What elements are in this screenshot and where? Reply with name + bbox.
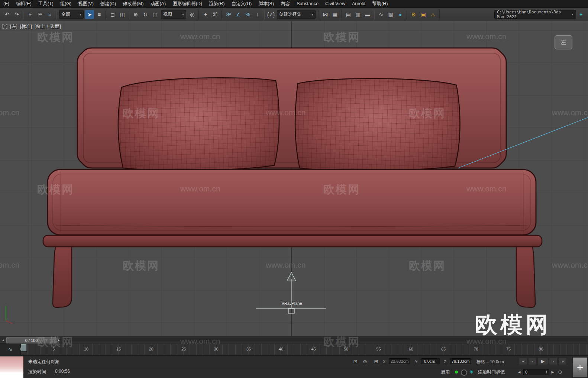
coord-z-field[interactable]: 79.133cm bbox=[450, 358, 471, 364]
spinner-snap-icon[interactable]: ↕ bbox=[253, 10, 262, 19]
frame-number: 50 bbox=[340, 347, 352, 351]
render-setup-icon[interactable]: ⚙ bbox=[409, 10, 418, 19]
sofa-pillow-left[interactable] bbox=[118, 78, 279, 170]
axis-tripod bbox=[6, 306, 13, 324]
reference-coordinate-dropdown[interactable]: 视图▾ bbox=[161, 10, 186, 19]
selection-filter-dropdown[interactable]: 全部▾ bbox=[59, 10, 84, 19]
frame-number: 5 bbox=[48, 347, 59, 351]
current-frame-field[interactable]: 0 ▲▼ bbox=[523, 369, 549, 375]
track-bar[interactable]: ∿ 05101520253035404550556065707580 bbox=[0, 343, 588, 356]
unlink-selection-icon[interactable]: ⚮ bbox=[35, 10, 44, 19]
viewport-shading-menu[interactable]: [粘土 + 边面] bbox=[35, 23, 61, 30]
menu-item-4[interactable]: 视图(V) bbox=[75, 0, 97, 8]
sofa-seat[interactable] bbox=[48, 169, 536, 235]
edit-selection-sets-icon[interactable]: {✓} bbox=[266, 10, 275, 19]
bind-to-space-warp-icon[interactable]: ≈ bbox=[45, 10, 54, 19]
previous-frame-button[interactable]: ‹ bbox=[528, 358, 537, 365]
rendered-frame-icon[interactable]: ▣ bbox=[419, 10, 428, 19]
schematic-view-icon[interactable]: ▧ bbox=[386, 10, 395, 19]
menu-item-2[interactable]: 工具(T) bbox=[35, 0, 57, 8]
coord-y-field[interactable]: -0.0cm bbox=[421, 358, 440, 364]
ribbon-toggle-icon[interactable]: ▬ bbox=[363, 10, 372, 19]
mirror-icon[interactable]: ⋈ bbox=[321, 10, 330, 19]
viewport-standard-menu[interactable]: [标准] bbox=[20, 23, 32, 30]
menu-item-13[interactable]: Substance bbox=[293, 0, 322, 8]
rectangular-selection-icon[interactable]: ◻ bbox=[108, 10, 117, 19]
sofa-base-rail[interactable] bbox=[43, 235, 542, 247]
next-frame-button[interactable]: › bbox=[549, 358, 558, 365]
redo-icon[interactable]: ↷ bbox=[12, 10, 21, 19]
menu-item-3[interactable]: 组(G) bbox=[57, 0, 75, 8]
viewport[interactable]: [+][左][标准][粘土 + 边面] 左 VRayPlane bbox=[0, 21, 588, 336]
align-icon[interactable]: ▦ bbox=[330, 10, 339, 19]
go-to-start-button[interactable]: « bbox=[519, 358, 527, 365]
menu-item-11[interactable]: 脚本(S) bbox=[255, 0, 277, 8]
select-and-link-icon[interactable]: ⚭ bbox=[26, 10, 35, 19]
add-time-tag-text[interactable]: 添加时间标记 bbox=[478, 369, 505, 375]
render-time-value: 0:00:56 bbox=[55, 369, 70, 374]
vrayplane-gizmo[interactable] bbox=[256, 272, 326, 313]
time-slider[interactable]: ◂ 0 / 100 ▸ bbox=[0, 336, 588, 343]
time-slider-track[interactable] bbox=[62, 338, 587, 342]
viewcube[interactable]: 左 bbox=[555, 35, 572, 49]
snaps-toggle-icon[interactable]: 3³ bbox=[224, 10, 233, 19]
coord-x-field[interactable]: 22.632cm bbox=[389, 358, 410, 364]
time-configuration-icon[interactable]: ⊙ bbox=[557, 368, 563, 375]
menu-item-12[interactable]: 内容 bbox=[277, 0, 293, 8]
frame-number: 0 bbox=[16, 347, 27, 351]
menu-item-10[interactable]: 自定义(U) bbox=[228, 0, 255, 8]
select-by-name-icon[interactable]: ≡ bbox=[95, 10, 104, 19]
window-crossing-icon[interactable]: ◫ bbox=[118, 10, 127, 19]
selection-lock-icon[interactable]: ⊘ bbox=[361, 358, 369, 365]
viewport-plus-menu[interactable]: [+] bbox=[2, 23, 7, 30]
maxscript-mini-listener[interactable] bbox=[0, 356, 24, 378]
menu-item-8[interactable]: 图形编辑器(D) bbox=[169, 0, 206, 8]
render-production-icon[interactable]: ♨ bbox=[429, 10, 437, 19]
selection-set-dropdown[interactable]: 创建选择集▾ bbox=[277, 10, 316, 19]
menu-item-16[interactable]: 帮助(H) bbox=[369, 0, 391, 8]
viewport-pov-menu[interactable]: [左] bbox=[10, 23, 17, 30]
time-slider-prev-icon[interactable]: ◂ bbox=[1, 337, 6, 342]
time-slider-handle[interactable]: 0 / 100 bbox=[6, 337, 56, 343]
undo-icon[interactable]: ↶ bbox=[3, 10, 12, 19]
play-button[interactable]: ▶ bbox=[537, 358, 548, 365]
material-editor-icon[interactable]: ● bbox=[396, 10, 405, 19]
main-toolbar: ↶↷⚭⚮≈全部▾➤≡◻◫⊕↻◱视图▾◎✦⌘3³∠%↕{✓}创建选择集▾⋈▦▤▥▬… bbox=[0, 8, 588, 21]
layer-explorer-icon[interactable]: ▥ bbox=[353, 10, 362, 19]
isolate-selection-icon[interactable]: ⊡ bbox=[352, 358, 359, 365]
select-and-scale-icon[interactable]: ◱ bbox=[151, 10, 159, 19]
sofa-model[interactable] bbox=[0, 21, 588, 336]
select-and-move-icon[interactable]: ⊕ bbox=[131, 10, 140, 19]
menu-item-6[interactable]: 修改器(M) bbox=[119, 0, 147, 8]
menu-item-14[interactable]: Civil View bbox=[322, 0, 349, 8]
select-and-rotate-icon[interactable]: ↻ bbox=[141, 10, 150, 19]
time-slider-next-icon[interactable]: ▸ bbox=[56, 337, 61, 342]
menu-item-5[interactable]: 创建(C) bbox=[97, 0, 119, 8]
use-pivot-center-icon[interactable]: ◎ bbox=[188, 10, 197, 19]
sofa-pillow-right[interactable] bbox=[295, 78, 460, 171]
enable-knob-button[interactable] bbox=[461, 369, 467, 376]
scene-explorer-icon[interactable]: ▤ bbox=[344, 10, 353, 19]
percent-snap-icon[interactable]: % bbox=[243, 10, 252, 19]
menu-item-9[interactable]: 渲染(R) bbox=[206, 0, 228, 8]
curve-editor-icon[interactable]: ∿ bbox=[377, 10, 385, 19]
menu-item-1[interactable]: 编辑(E) bbox=[13, 0, 35, 8]
add-button[interactable]: + bbox=[572, 357, 588, 378]
menu-item-7[interactable]: 动画(A) bbox=[147, 0, 169, 8]
menu-item-0[interactable]: (F) bbox=[0, 0, 13, 8]
project-path-text: C:\Users\Han\Documents\3ds Max 2022 bbox=[497, 10, 569, 19]
project-path-field[interactable]: C:\Users\Han\Documents\3ds Max 2022▾ bbox=[494, 10, 576, 19]
select-and-manipulate-icon[interactable]: ✦ bbox=[201, 10, 210, 19]
sofa-leg-right[interactable] bbox=[516, 247, 535, 307]
frame-next-icon[interactable]: ▶ bbox=[550, 369, 555, 375]
sofa-leg-left[interactable] bbox=[53, 247, 72, 307]
frame-prev-icon[interactable]: ◀ bbox=[517, 369, 522, 375]
angle-snap-icon[interactable]: ∠ bbox=[234, 10, 243, 19]
keyboard-override-icon[interactable]: ⌘ bbox=[211, 10, 220, 19]
menu-item-15[interactable]: Arnold bbox=[349, 0, 369, 8]
transform-typein-icon[interactable]: ⊞ bbox=[372, 358, 380, 365]
workspace-icon[interactable]: ✦ bbox=[576, 10, 585, 19]
frame-spinner[interactable]: ▲▼ bbox=[545, 370, 547, 374]
select-object-icon[interactable]: ➤ bbox=[85, 10, 94, 19]
go-to-end-button[interactable]: » bbox=[558, 358, 567, 365]
